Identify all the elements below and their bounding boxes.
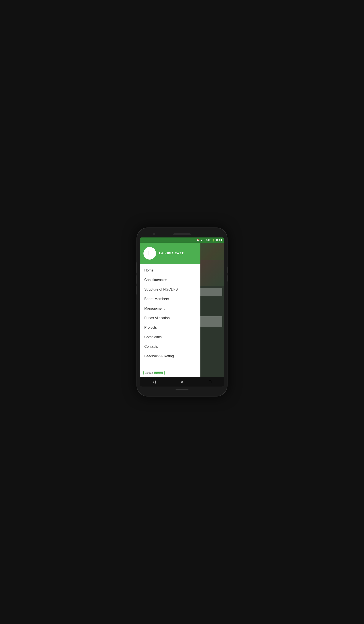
version-label: Version (145, 372, 153, 374)
nav-item-complaints[interactable]: Complaints (140, 332, 200, 342)
silent-button[interactable] (136, 286, 136, 295)
power-button[interactable] (228, 266, 228, 273)
nav-item-structure[interactable]: Structure of NGCDFB (140, 285, 200, 294)
nav-item-funds-allocation[interactable]: Funds Allocation (140, 313, 200, 323)
status-bar: ⏰ ▲ ✕ 54% 🔋 10:24 (140, 237, 224, 243)
clock: 10:24 (216, 239, 222, 241)
battery-icon: 🔋 (212, 239, 215, 242)
nav-item-contacts[interactable]: Contacts (140, 342, 200, 351)
drawer-footer: Version 1.16.01 (140, 368, 200, 377)
nav-item-feedback-rating[interactable]: Feedback & Rating (140, 351, 200, 361)
back-button[interactable]: ◁ (150, 378, 158, 386)
drawer-nav: Home Constituencies Structure of NGCDFB … (140, 264, 200, 368)
battery-percent: 54% (206, 239, 211, 241)
home-button[interactable]: ○ (178, 378, 186, 386)
version-number: 1.16.01 (154, 372, 163, 374)
nav-item-constituencies[interactable]: Constituencies (140, 275, 200, 285)
recent-apps-button[interactable]: □ (206, 378, 214, 386)
nav-item-home[interactable]: Home (140, 266, 200, 275)
home-indicator (176, 389, 188, 390)
nav-item-projects[interactable]: Projects (140, 323, 200, 332)
version-badge: Version 1.16.01 (143, 371, 165, 375)
phone-bottom-bar (140, 387, 224, 393)
camera (153, 233, 155, 235)
app-name: LAIKIPIA EAST (159, 252, 184, 255)
signal-icon: ✕ (204, 239, 206, 242)
volume-down-button[interactable] (136, 275, 136, 284)
volume-up-button[interactable] (136, 262, 136, 273)
phone-top-bar (140, 231, 224, 237)
drawer-header: L LAIKIPIA EAST (140, 243, 200, 264)
wifi-icon: ▲ (200, 239, 203, 241)
phone-screen: ⏰ ▲ ✕ 54% 🔋 10:24 CONSTITUENCY IMANI HOU… (140, 237, 224, 387)
status-icons: ⏰ ▲ ✕ 54% 🔋 10:24 (196, 239, 222, 242)
bottom-nav-bar: ◁ ○ □ (140, 377, 224, 387)
nav-item-board-members[interactable]: Board Members (140, 294, 200, 304)
alarm-icon: ⏰ (196, 239, 199, 242)
phone-device: ⏰ ▲ ✕ 54% 🔋 10:24 CONSTITUENCY IMANI HOU… (136, 228, 228, 396)
screen-content: CONSTITUENCY IMANI HOUSE ATIONS icial Ye… (140, 243, 224, 377)
lock-button[interactable] (228, 275, 228, 282)
avatar: L (143, 247, 156, 260)
nav-item-management[interactable]: Management (140, 304, 200, 313)
nav-drawer: L LAIKIPIA EAST Home Constituencies Stru… (140, 243, 200, 377)
speaker (173, 233, 191, 235)
avatar-letter: L (148, 250, 151, 257)
